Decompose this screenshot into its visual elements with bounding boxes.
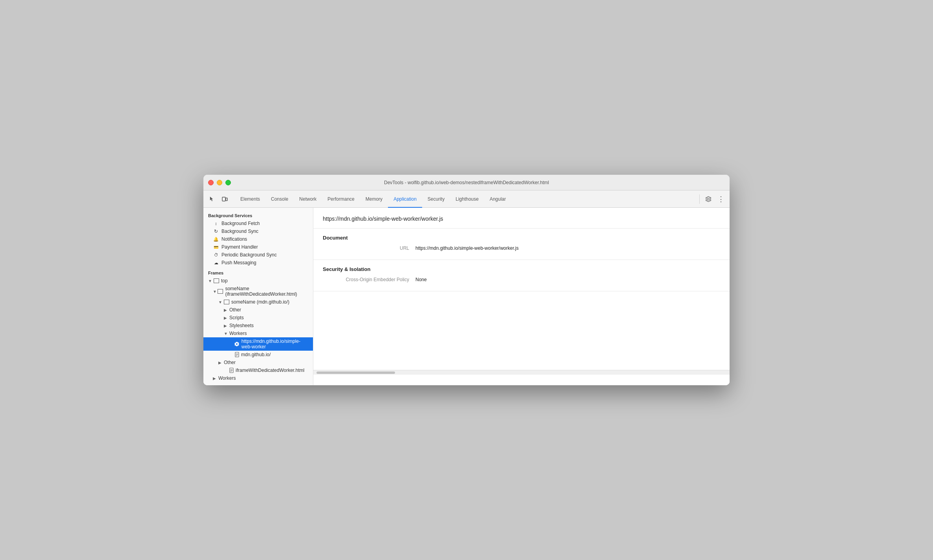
tree-item-scripts[interactable]: ▶ Scripts: [203, 314, 313, 322]
tabs-bar-right: ⋮: [698, 194, 726, 205]
tab-lighthouse[interactable]: Lighthouse: [450, 191, 484, 208]
url-value: https://mdn.github.io/simple-web-worker/…: [415, 245, 519, 251]
maximize-button[interactable]: [225, 180, 231, 185]
frame-icon-somename1: [218, 289, 223, 294]
tabs-list: Elements Console Network Performance Mem…: [235, 190, 698, 207]
sidebar-item-notifications[interactable]: 🔔 Notifications: [203, 235, 313, 243]
gear-icon: [234, 341, 240, 347]
frame-icon-somename2: [224, 300, 229, 304]
tab-memory[interactable]: Memory: [360, 191, 388, 208]
tab-console[interactable]: Console: [265, 191, 294, 208]
tree-item-workers1[interactable]: ▼ Workers: [203, 329, 313, 337]
doc-icon-iframe: [229, 368, 234, 373]
devtools-window: DevTools - wolfib.github.io/web-demos/ne…: [203, 175, 730, 385]
tree-item-somename2[interactable]: ▼ someName (mdn.github.io/): [203, 298, 313, 306]
window-title: DevTools - wolfib.github.io/web-demos/ne…: [384, 180, 549, 185]
svg-point-2: [708, 198, 710, 200]
payment-icon: 💳: [213, 245, 219, 249]
security-section-title: Security & Isolation: [323, 266, 720, 272]
tree-item-other2[interactable]: ▶ Other: [203, 359, 313, 366]
tree-item-somename1[interactable]: ▼ someName (iframeWithDedicatedWorker.ht…: [203, 285, 313, 298]
cursor-tool-button[interactable]: [207, 194, 218, 205]
worker-url-display: https://mdn.github.io/simple-web-worker/…: [323, 216, 443, 222]
toggle-workers2: ▶: [213, 376, 218, 381]
tree-item-worker-url[interactable]: https://mdn.github.io/simple-web-worker: [203, 337, 313, 351]
tree-item-iframe-doc[interactable]: iframeWithDedicatedWorker.html: [203, 366, 313, 374]
settings-button[interactable]: [703, 194, 714, 205]
document-section-title: Document: [323, 235, 720, 241]
content-empty-space: [313, 291, 730, 370]
svg-point-4: [236, 343, 238, 345]
frames-label: Frames: [203, 268, 313, 277]
periodic-sync-icon: ⏱: [213, 253, 219, 257]
url-label: URL: [323, 245, 409, 251]
traffic-lights: [208, 180, 231, 185]
coep-value: None: [415, 277, 427, 282]
sidebar-item-payment[interactable]: 💳 Payment Handler: [203, 243, 313, 251]
sidebar-item-bg-fetch[interactable]: ↕ Background Fetch: [203, 220, 313, 227]
tab-security[interactable]: Security: [422, 191, 450, 208]
toggle-scripts: ▶: [224, 316, 229, 320]
tree-item-other1[interactable]: ▶ Other: [203, 306, 313, 314]
tree-item-workers2[interactable]: ▶ Workers: [203, 374, 313, 382]
security-section: Security & Isolation Cross-Origin Embedd…: [313, 260, 730, 291]
document-section: Document URL https://mdn.github.io/simpl…: [313, 229, 730, 260]
sidebar-item-periodic-sync[interactable]: ⏱ Periodic Background Sync: [203, 251, 313, 259]
content-url-header: https://mdn.github.io/simple-web-worker/…: [313, 208, 730, 229]
background-services-title: Background Services: [203, 211, 313, 220]
bg-sync-icon: ↻: [213, 229, 219, 234]
toggle-other1: ▶: [224, 308, 229, 312]
titlebar: DevTools - wolfib.github.io/web-demos/ne…: [203, 175, 730, 190]
more-tools-button[interactable]: ⋮: [715, 194, 726, 205]
coep-label: Cross-Origin Embedder Policy: [323, 277, 409, 282]
url-row: URL https://mdn.github.io/simple-web-wor…: [323, 245, 720, 251]
toolbar-divider: [699, 194, 700, 204]
tab-elements[interactable]: Elements: [235, 191, 265, 208]
tab-network[interactable]: Network: [294, 191, 322, 208]
svg-rect-1: [226, 198, 227, 201]
toggle-top: ▼: [208, 279, 213, 283]
frames-section: Frames ▼ top ▼ someName (iframeWithDedic…: [203, 268, 313, 382]
close-button[interactable]: [208, 180, 214, 185]
toggle-stylesheets: ▶: [224, 324, 229, 328]
sidebar-item-bg-sync[interactable]: ↻ Background Sync: [203, 227, 313, 235]
scrollbar-thumb[interactable]: [316, 372, 395, 374]
tab-application[interactable]: Application: [388, 191, 422, 208]
tree-item-top[interactable]: ▼ top: [203, 277, 313, 285]
coep-row: Cross-Origin Embedder Policy None: [323, 277, 720, 282]
devtools-container: Elements Console Network Performance Mem…: [203, 190, 730, 385]
tree-item-mdn-doc[interactable]: mdn.github.io/: [203, 351, 313, 359]
svg-rect-0: [222, 197, 225, 201]
tabs-bar-left: [207, 194, 230, 205]
sidebar: Background Services ↕ Background Fetch ↻…: [203, 208, 313, 385]
device-toolbar-button[interactable]: [219, 194, 230, 205]
tree-item-stylesheets[interactable]: ▶ Stylesheets: [203, 322, 313, 329]
toggle-other2: ▶: [218, 361, 223, 365]
toggle-workers1: ▼: [224, 331, 229, 336]
sidebar-item-push[interactable]: ☁ Push Messaging: [203, 259, 313, 267]
bg-fetch-icon: ↕: [213, 221, 219, 226]
tabs-bar: Elements Console Network Performance Mem…: [203, 190, 730, 208]
toggle-somename2: ▼: [218, 300, 223, 304]
toggle-somename1: ▼: [213, 289, 217, 294]
notifications-icon: 🔔: [213, 237, 219, 242]
frame-icon-top: [214, 278, 219, 283]
tab-performance[interactable]: Performance: [322, 191, 360, 208]
minimize-button[interactable]: [217, 180, 222, 185]
doc-icon-mdn: [235, 352, 239, 357]
tab-angular[interactable]: Angular: [484, 191, 511, 208]
push-icon: ☁: [213, 260, 219, 265]
main-area: Background Services ↕ Background Fetch ↻…: [203, 208, 730, 385]
horizontal-scrollbar[interactable]: [313, 370, 730, 375]
content-panel: https://mdn.github.io/simple-web-worker/…: [313, 208, 730, 385]
